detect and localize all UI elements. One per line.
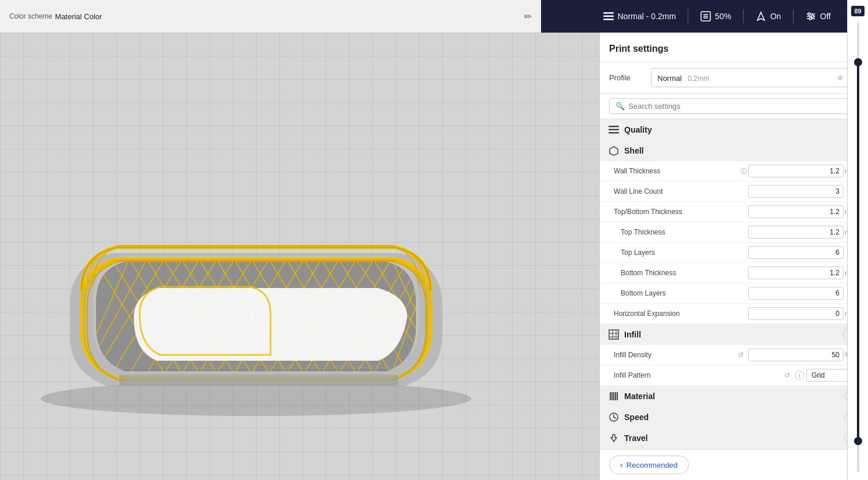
top-thickness-row: Top Thickness mm <box>600 222 868 243</box>
quality-icon <box>608 124 620 136</box>
profile-icon <box>603 10 614 22</box>
support-on-label: On <box>770 12 781 21</box>
travel-section-header[interactable]: Travel i ‹ <box>600 428 868 449</box>
layer-thumb-bottom[interactable] <box>854 437 862 445</box>
infill-pattern-info[interactable]: i <box>795 371 804 380</box>
panel-title: Print settings <box>609 44 668 54</box>
infill-icon <box>608 329 620 340</box>
wall-line-count-row: Wall Line Count <box>600 182 868 202</box>
svg-marker-56 <box>610 147 618 155</box>
bottom-thickness-row: Bottom Thickness mm <box>600 263 868 283</box>
search-input[interactable] <box>628 102 842 111</box>
travel-title: Travel <box>624 433 839 443</box>
profile-name: Normal - 0.2mm <box>618 12 676 21</box>
svg-point-70 <box>613 417 614 418</box>
shell-title: Shell <box>624 146 851 155</box>
bottom-layers-row: Bottom Layers <box>600 283 868 304</box>
3d-viewport[interactable] <box>0 33 599 480</box>
star-icon[interactable]: ★ <box>836 72 844 83</box>
overhang-control[interactable]: 50% <box>700 10 731 22</box>
profile-selector[interactable]: Normal - 0.2mm <box>603 10 676 22</box>
adjust-icon <box>805 10 817 22</box>
profile-select[interactable]: Normal 0.2mm ★ ▾ <box>651 68 859 87</box>
layer-slider: 89 <box>847 33 868 480</box>
svg-rect-55 <box>609 132 619 134</box>
bottom-bar: ‹ Recommended <box>600 449 868 480</box>
svg-rect-0 <box>603 12 614 14</box>
chevron-left-icon: ‹ <box>620 460 623 470</box>
top-bar-controls: Normal - 0.2mm 50% On <box>603 8 859 24</box>
svg-rect-2 <box>603 19 614 20</box>
edit-color-icon[interactable]: ✏ <box>524 11 532 22</box>
infill-section-header[interactable]: Infill i ▾ <box>600 324 868 345</box>
support-off-label: Off <box>820 12 831 21</box>
search-row: 🔍 ≡ <box>600 94 868 119</box>
horizontal-expansion-label: Horizontal Expansion <box>614 310 748 318</box>
wall-line-count-input[interactable] <box>748 185 844 198</box>
top-layers-label: Top Layers <box>614 248 739 257</box>
support-on-control[interactable]: On <box>755 10 781 22</box>
svg-rect-1 <box>603 16 614 17</box>
top-layers-input[interactable] <box>748 246 844 259</box>
svg-rect-52 <box>273 288 378 361</box>
infill-pattern-row: Infill Pattern ↺ i Grid ▾ <box>600 365 868 386</box>
speed-title: Speed <box>624 413 839 422</box>
shell-section-header[interactable]: Shell ▾ <box>600 140 868 161</box>
infill-pattern-value: Grid <box>812 371 825 379</box>
top-bottom-thickness-label: Top/Bottom Thickness <box>614 208 748 216</box>
support-icon <box>755 10 767 22</box>
color-scheme-value: Material Color <box>55 12 102 21</box>
speed-icon <box>608 411 620 423</box>
profile-label: Profile <box>609 73 644 82</box>
quality-title: Quality <box>624 125 852 134</box>
bottom-layers-input[interactable] <box>748 287 844 300</box>
svg-point-11 <box>812 15 814 17</box>
infill-pattern-reset[interactable]: ↺ <box>782 370 792 381</box>
panel-header: Print settings × <box>600 33 868 62</box>
bottom-layers-label: Bottom Layers <box>614 289 739 297</box>
wall-thickness-input[interactable] <box>748 165 844 177</box>
infill-density-label: Infill Density <box>614 351 735 359</box>
top-thickness-input[interactable] <box>748 226 844 239</box>
overhang-value: 50% <box>715 12 731 21</box>
infill-density-input[interactable] <box>748 349 844 361</box>
support-off-control[interactable]: Off <box>805 10 831 22</box>
material-section-header[interactable]: Material i ‹ <box>600 386 868 407</box>
search-input-wrap: 🔍 <box>609 98 849 114</box>
recommended-button[interactable]: ‹ Recommended <box>609 456 689 474</box>
wall-line-count-label: Wall Line Count <box>614 187 739 195</box>
speed-section-header[interactable]: Speed i ‹ <box>600 407 868 428</box>
top-thickness-label: Top Thickness <box>614 228 748 236</box>
material-title: Material <box>624 392 839 401</box>
travel-icon <box>608 432 620 444</box>
horizontal-expansion-input[interactable] <box>748 307 844 320</box>
top-bottom-thickness-row: Top/Bottom Thickness mm <box>600 202 868 222</box>
infill-pattern-label: Infill Pattern <box>614 371 782 379</box>
print-settings-panel: Print settings × Profile Normal 0.2mm ★ … <box>599 33 868 480</box>
wall-thickness-label: Wall Thickness <box>614 167 739 175</box>
svg-point-10 <box>808 13 810 15</box>
wall-thickness-info[interactable]: ⓘ <box>739 166 748 176</box>
infill-density-row: Infill Density ↺ % <box>600 345 868 365</box>
recommended-label: Recommended <box>627 461 678 470</box>
infill-density-reset[interactable]: ↺ <box>735 350 746 360</box>
bottom-thickness-input[interactable] <box>748 266 844 279</box>
top-layers-row: Top Layers <box>600 243 868 263</box>
material-icon <box>608 390 620 402</box>
bottom-thickness-label: Bottom Thickness <box>614 269 748 277</box>
layer-thumb-top[interactable] <box>854 58 862 66</box>
infill-title: Infill <box>624 330 838 339</box>
svg-rect-53 <box>609 126 619 127</box>
layer-track[interactable] <box>857 33 859 472</box>
shell-icon <box>608 145 620 157</box>
settings-list: Quality ‹ Shell ▾ Wall Thickness ⓘ <box>600 119 868 449</box>
svg-rect-57 <box>609 330 618 339</box>
profile-name: Normal <box>657 74 682 83</box>
top-bottom-thickness-input[interactable] <box>748 205 844 218</box>
wall-thickness-row: Wall Thickness ⓘ mm <box>600 161 868 182</box>
svg-rect-54 <box>609 129 619 131</box>
color-scheme-label: Color scheme <box>9 12 52 20</box>
horizontal-expansion-row: Horizontal Expansion mm <box>600 304 868 324</box>
quality-section-header[interactable]: Quality ‹ <box>600 119 868 140</box>
overhang-icon <box>700 10 712 22</box>
